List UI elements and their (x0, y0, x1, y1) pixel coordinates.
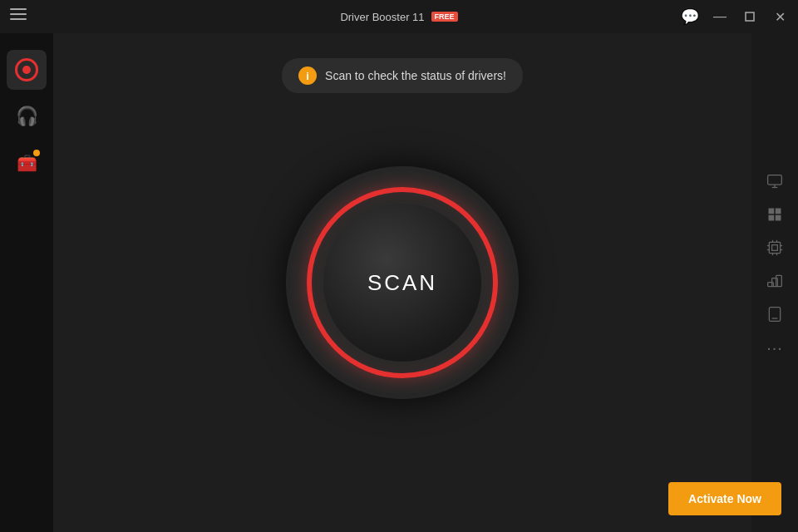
svg-rect-5 (776, 209, 781, 214)
menu-line-2 (10, 13, 27, 15)
maximize-button[interactable] (740, 7, 760, 27)
info-icon: i (298, 66, 317, 85)
free-badge: FREE (431, 12, 458, 22)
toolbox-icon: 🧰 (17, 153, 37, 173)
svg-rect-20 (776, 275, 782, 286)
svg-rect-0 (746, 12, 754, 21)
hamburger-menu[interactable] (10, 8, 27, 20)
svg-rect-6 (769, 215, 775, 221)
right-sidebar: ··· (751, 42, 798, 362)
right-sidebar-device[interactable] (758, 299, 791, 329)
sidebar-item-toolbox[interactable]: 🧰 (7, 143, 47, 183)
scan-outer: SCAN (286, 166, 519, 399)
right-sidebar-cpu[interactable] (758, 233, 791, 263)
svg-rect-9 (772, 245, 778, 251)
minimize-button[interactable]: — (710, 7, 730, 27)
svg-rect-8 (769, 242, 780, 253)
activate-now-button[interactable]: Activate Now (668, 482, 781, 515)
notification-dot (33, 150, 40, 156)
scan-label: SCAN (367, 270, 437, 296)
right-sidebar-more[interactable]: ··· (758, 332, 791, 362)
svg-rect-18 (768, 283, 774, 287)
info-banner: i Scan to check the status of drivers! (282, 58, 523, 93)
menu-line-1 (10, 8, 27, 10)
close-button[interactable]: ✕ (770, 7, 790, 27)
svg-rect-21 (769, 308, 780, 322)
scan-icon (15, 58, 38, 81)
scan-ring: SCAN (307, 187, 498, 378)
right-sidebar-network[interactable] (758, 266, 791, 296)
svg-rect-4 (769, 209, 775, 214)
svg-rect-1 (768, 175, 782, 185)
headset-icon: 🎧 (16, 106, 38, 127)
app-name: Driver Booster 11 (340, 11, 424, 23)
main-content: i Scan to check the status of drivers! S… (53, 33, 751, 532)
app-title: Driver Booster 11 FREE (340, 11, 457, 23)
right-sidebar-windows[interactable] (758, 200, 791, 229)
sidebar-item-scan[interactable] (7, 50, 47, 90)
right-sidebar-monitor[interactable] (758, 166, 791, 196)
info-text: Scan to check the status of drivers! (325, 69, 506, 82)
sidebar-item-support[interactable]: 🎧 (7, 96, 47, 136)
window-controls: 💬 — ✕ (680, 0, 790, 33)
chat-button[interactable]: 💬 (680, 7, 700, 27)
title-bar: Driver Booster 11 FREE 💬 — ✕ (0, 0, 798, 33)
scan-button[interactable]: SCAN (323, 204, 481, 362)
left-sidebar: 🎧 🧰 (0, 33, 53, 532)
menu-line-3 (10, 18, 27, 20)
svg-rect-7 (776, 215, 781, 221)
